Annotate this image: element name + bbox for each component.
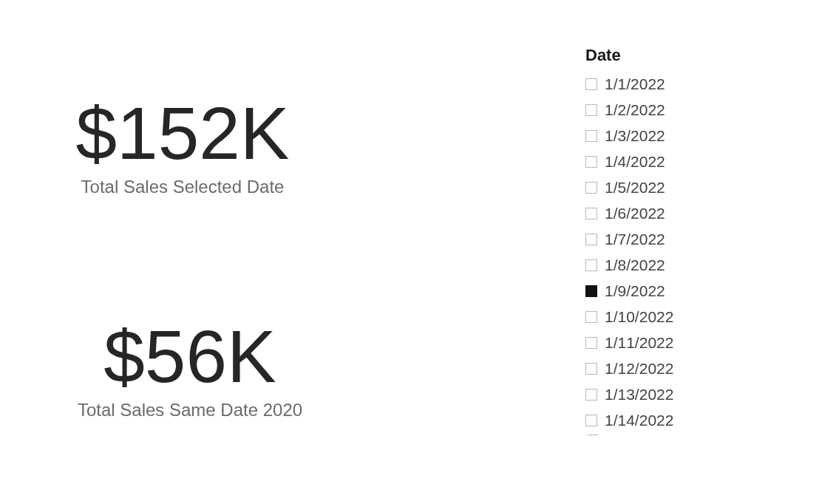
slicer-item[interactable]: 1/12/2022	[585, 355, 755, 381]
checkbox-icon[interactable]	[585, 285, 597, 297]
slicer-item-label: 1/3/2022	[605, 127, 665, 145]
slicer-item-label: 1/13/2022	[605, 386, 673, 403]
date-slicer: Date 1/1/20221/2/20221/3/20221/4/20221/5…	[585, 46, 755, 436]
slicer-item-label: 1/14/2022	[605, 412, 673, 429]
slicer-item[interactable]: 1/1/2022	[585, 71, 755, 97]
slicer-item-label: 1/4/2022	[605, 153, 665, 171]
slicer-item-label: 1/8/2022	[605, 256, 665, 274]
checkbox-icon[interactable]	[585, 259, 597, 271]
slicer-item-label: 1/11/2022	[605, 334, 673, 352]
kpi-card-same-date-2020: $56K Total Sales Same Date 2020	[46, 318, 334, 420]
slicer-item-label: 1/2/2022	[605, 101, 665, 119]
checkbox-icon[interactable]	[585, 389, 597, 401]
kpi-card-selected-date: $152K Total Sales Selected Date	[46, 95, 319, 197]
slicer-item-label: 1/12/2022	[605, 360, 673, 378]
slicer-item[interactable]: 1/2/2022	[585, 97, 755, 123]
slicer-item-label: 1/7/2022	[605, 231, 665, 248]
checkbox-icon[interactable]	[585, 104, 597, 116]
slicer-item[interactable]: 1/7/2022	[585, 226, 755, 252]
slicer-item[interactable]: 1/11/2022	[585, 330, 755, 355]
slicer-item[interactable]: 1/6/2022	[585, 200, 755, 226]
slicer-item[interactable]: 1/8/2022	[585, 252, 755, 278]
slicer-item[interactable]: 1/10/2022	[585, 304, 755, 330]
kpi-value-same-date-2020: $56K	[46, 318, 334, 395]
checkbox-icon[interactable]	[585, 337, 597, 349]
slicer-item-label: 1/1/2022	[605, 75, 665, 93]
slicer-list: 1/1/20221/2/20221/3/20221/4/20221/5/2022…	[585, 71, 755, 433]
slicer-item[interactable]: 1/9/2022	[585, 278, 755, 304]
checkbox-icon[interactable]	[585, 78, 597, 90]
checkbox-icon[interactable]	[585, 415, 597, 426]
slicer-item-label: 1/9/2022	[605, 282, 665, 300]
checkbox-icon[interactable]	[585, 234, 597, 245]
slicer-item-label: 1/10/2022	[605, 308, 673, 326]
slicer-scroll-hint	[588, 435, 598, 436]
kpi-value-selected-date: $152K	[46, 95, 319, 172]
slicer-item[interactable]: 1/3/2022	[585, 123, 755, 149]
slicer-item-label: 1/6/2022	[605, 205, 665, 222]
slicer-item[interactable]: 1/13/2022	[585, 381, 755, 407]
checkbox-icon[interactable]	[585, 130, 597, 142]
report-canvas: $152K Total Sales Selected Date $56K Tot…	[0, 0, 819, 504]
slicer-item[interactable]: 1/14/2022	[585, 407, 755, 433]
checkbox-icon[interactable]	[585, 182, 597, 194]
slicer-item[interactable]: 1/5/2022	[585, 174, 755, 200]
kpi-label-selected-date: Total Sales Selected Date	[46, 177, 319, 197]
slicer-item-label: 1/5/2022	[605, 179, 665, 197]
checkbox-icon[interactable]	[585, 156, 597, 168]
slicer-title: Date	[585, 46, 755, 65]
kpi-label-same-date-2020: Total Sales Same Date 2020	[46, 400, 334, 420]
checkbox-icon[interactable]	[585, 208, 597, 219]
checkbox-icon[interactable]	[585, 363, 597, 375]
slicer-item[interactable]: 1/4/2022	[585, 149, 755, 174]
checkbox-icon[interactable]	[585, 311, 597, 323]
